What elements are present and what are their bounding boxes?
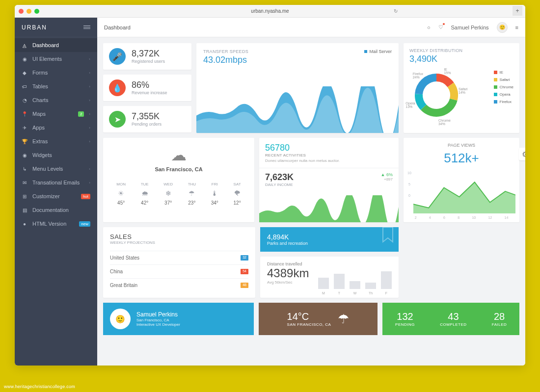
status-item: 132PENDING bbox=[395, 311, 415, 327]
breadcrumb: Dashboard bbox=[104, 25, 131, 30]
weather-icon: ☁ bbox=[109, 146, 248, 164]
daily-value: 7,623K bbox=[265, 172, 393, 183]
sidebar-item-label: Extras bbox=[32, 138, 84, 144]
forecast-day: WED❄37° bbox=[163, 182, 173, 206]
badge: new bbox=[79, 221, 90, 227]
sidebar-item-widgets[interactable]: ◉Widgets bbox=[15, 148, 97, 162]
chevron-right-icon: › bbox=[89, 126, 90, 130]
menu-toggle-icon[interactable] bbox=[83, 26, 90, 29]
kpi-value: 7,355K bbox=[132, 112, 162, 121]
kpi-label: Pending orders bbox=[132, 122, 162, 127]
menu-icon[interactable]: ≡ bbox=[515, 25, 518, 30]
sidebar-item-label: UI Elements bbox=[32, 56, 84, 62]
brand-name: URBAN bbox=[22, 24, 47, 31]
temp-value: 14°C bbox=[287, 311, 331, 322]
chevron-right-icon: › bbox=[89, 112, 90, 116]
sidebar-item-ui-elements[interactable]: ◉UI Elements› bbox=[15, 52, 97, 66]
act-desc: Donec ullamcorper nulla non metus auctor… bbox=[265, 158, 393, 163]
sidebar-icon: 🏆 bbox=[22, 139, 27, 144]
profile-card[interactable]: 🙂 Samuel Perkins San Francisco, CA Inter… bbox=[103, 303, 254, 335]
legend-item: Chrome bbox=[494, 85, 513, 89]
sidebar-item-dashboard[interactable]: ◬Dashboard bbox=[15, 38, 97, 52]
kpi-icon: 💧 bbox=[109, 79, 126, 96]
sidebar-item-label: Apps bbox=[32, 125, 84, 131]
sidebar-item-label: Customizer bbox=[32, 193, 76, 199]
forecast-day: TUE🌧42° bbox=[141, 182, 149, 206]
transfer-value: 43.02mbps bbox=[203, 55, 392, 65]
nav: ◬Dashboard◉UI Elements›◆Forms›🏷Tables›◔C… bbox=[15, 37, 97, 231]
sidebar-icon: ⊞ bbox=[22, 194, 27, 199]
forecast-day: SAT🌪12° bbox=[234, 182, 241, 206]
sidebar-item-customizer[interactable]: ⊞Customizerhot bbox=[15, 189, 97, 203]
sidebar-item-extras[interactable]: 🏆Extras› bbox=[15, 134, 97, 148]
parks-card[interactable]: 4,894K Parks and recreation bbox=[260, 227, 399, 252]
sidebar-icon: 📍 bbox=[22, 111, 27, 117]
reload-icon[interactable]: ↻ bbox=[394, 8, 398, 14]
browser-window: urban.nyasha.me ↻ + URBAN ◬Dashboard◉UI … bbox=[15, 5, 525, 366]
parks-value: 4,894K bbox=[267, 233, 392, 241]
sales-badge: 32 bbox=[241, 255, 248, 261]
sidebar-item-tables[interactable]: 🏷Tables› bbox=[15, 79, 97, 93]
sidebar-icon: ◆ bbox=[22, 70, 27, 76]
pv-value: 512k+ bbox=[409, 151, 513, 166]
address-bar[interactable]: urban.nyasha.me bbox=[251, 8, 289, 14]
sidebar-icon: ◔ bbox=[22, 98, 27, 103]
sidebar-icon: ↳ bbox=[22, 166, 27, 172]
legend-item: Safari bbox=[494, 78, 513, 82]
chevron-right-icon: › bbox=[89, 167, 90, 171]
profile-name: Samuel Perkins bbox=[136, 311, 180, 318]
sidebar-item-documentation[interactable]: ▤Documentation bbox=[15, 203, 97, 217]
main: Dashboard ○ ♡ Samuel Perkins 🙂 ≡ 🎤8,372K… bbox=[97, 18, 525, 366]
sidebar-item-label: Forms bbox=[32, 70, 84, 76]
zoom-icon[interactable] bbox=[34, 9, 39, 14]
notification-icon[interactable]: ♡ bbox=[438, 24, 443, 30]
sidebar-item-forms[interactable]: ◆Forms› bbox=[15, 66, 97, 79]
sales-badge: 54 bbox=[241, 269, 248, 274]
sales-row: United States32 bbox=[110, 251, 248, 264]
kpi-card: 💧86%Revenue increase bbox=[103, 75, 191, 101]
weather-card: ☁ San Francisco, CA MON☀45°TUE🌧42°WED❄37… bbox=[103, 138, 254, 222]
kpi-value: 8,372K bbox=[132, 49, 165, 58]
sidebar-item-apps[interactable]: ✈Apps› bbox=[15, 121, 97, 134]
activities-card: 56780 RECENT ACTIVITIES Donec ullamcorpe… bbox=[259, 138, 399, 222]
donut-chart: IE15%Safari14%Chrome34%Opera13%Firefox24… bbox=[409, 68, 463, 122]
forecast-day: FRI🌡34° bbox=[211, 182, 218, 206]
kpi-value: 86% bbox=[132, 80, 167, 89]
profile-role: Interactive UX Developer bbox=[136, 322, 180, 327]
bookmark-icon bbox=[382, 227, 394, 243]
brand-bar: URBAN bbox=[15, 18, 97, 37]
sidebar-item-maps[interactable]: 📍Maps2› bbox=[15, 107, 97, 121]
donut-slice-label: Firefox24% bbox=[413, 72, 423, 79]
chevron-right-icon: › bbox=[89, 84, 90, 89]
user-name[interactable]: Samuel Perkins bbox=[451, 25, 489, 30]
chevron-right-icon: › bbox=[89, 71, 90, 75]
new-tab-icon[interactable]: + bbox=[513, 6, 522, 16]
bar bbox=[334, 274, 345, 289]
sidebar-item-label: Charts bbox=[32, 97, 84, 103]
search-icon[interactable]: ○ bbox=[427, 25, 431, 30]
forecast-day: MON☀45° bbox=[116, 182, 126, 206]
parks-label: Parks and recreation bbox=[267, 241, 392, 246]
chevron-right-icon: › bbox=[89, 139, 90, 144]
kpi-icon: ➤ bbox=[109, 111, 126, 128]
sidebar-icon: ◉ bbox=[22, 153, 27, 158]
sidebar-item-charts[interactable]: ◔Charts› bbox=[15, 93, 97, 107]
sidebar-item-menu-levels[interactable]: ↳Menu Levels› bbox=[15, 162, 97, 176]
sales-row: Great Britain48 bbox=[110, 278, 248, 292]
minimize-icon[interactable] bbox=[27, 9, 31, 14]
titlebar: urban.nyasha.me ↻ + bbox=[15, 5, 525, 18]
sidebar-item-html-version[interactable]: ●HTML Versionnew bbox=[15, 217, 97, 231]
avatar[interactable]: 🙂 bbox=[497, 22, 508, 33]
donut-slice-label: Safari14% bbox=[459, 87, 467, 94]
window-controls[interactable] bbox=[19, 9, 39, 14]
act-value: 56780 bbox=[265, 143, 393, 153]
close-icon[interactable] bbox=[19, 9, 24, 14]
sidebar-icon: ◬ bbox=[22, 43, 27, 48]
settings-icon[interactable]: ⚙ bbox=[519, 148, 525, 160]
kpi-label: Revenue increase bbox=[132, 90, 167, 95]
status-card: 132PENDING43COMPLETED28FAILED bbox=[382, 303, 519, 335]
sidebar: URBAN ◬Dashboard◉UI Elements›◆Forms›🏷Tab… bbox=[15, 18, 97, 366]
weather-city: San Francisco, CA bbox=[109, 166, 248, 172]
transfer-card: TRANSFER SPEEDS 43.02mbps Mail Server bbox=[196, 43, 399, 133]
sidebar-item-transational-emails[interactable]: ✉Transational Emails› bbox=[15, 176, 97, 189]
